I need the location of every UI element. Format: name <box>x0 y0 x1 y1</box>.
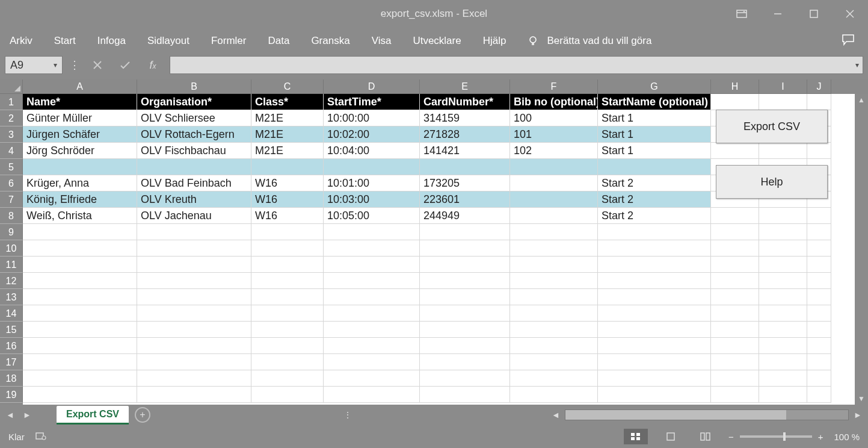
cell[interactable]: StartTime* <box>324 94 420 110</box>
cell[interactable] <box>759 322 807 338</box>
cell[interactable] <box>137 322 251 338</box>
cell[interactable]: 10:03:00 <box>324 191 420 208</box>
tab-granska[interactable]: Granska <box>311 35 349 47</box>
name-box[interactable]: A9 ▾ <box>5 56 63 74</box>
cell[interactable] <box>711 224 759 240</box>
cell[interactable]: 271828 <box>420 126 510 143</box>
col-header[interactable]: F <box>510 79 598 94</box>
scroll-left-icon[interactable]: ◄ <box>550 410 561 420</box>
scroll-down-icon[interactable]: ▼ <box>855 393 868 405</box>
insert-function-button[interactable]: fx <box>142 56 164 74</box>
cell[interactable] <box>711 240 759 257</box>
cell[interactable]: OLV Schliersee <box>137 110 251 126</box>
enter-formula-button[interactable] <box>114 56 136 74</box>
cell[interactable]: Start 2 <box>598 208 711 224</box>
cell[interactable] <box>598 305 711 322</box>
cell[interactable]: 223601 <box>420 191 510 208</box>
cell[interactable] <box>137 159 251 175</box>
cell[interactable] <box>324 354 420 370</box>
cell[interactable] <box>759 240 807 257</box>
cell[interactable] <box>251 273 324 289</box>
tab-hjalp[interactable]: Hjälp <box>483 35 506 47</box>
cell[interactable] <box>759 289 807 305</box>
cell[interactable]: Weiß, Christa <box>23 208 137 224</box>
cell[interactable] <box>420 159 510 175</box>
vertical-dots-icon[interactable]: ⋮ <box>69 58 81 72</box>
col-header[interactable]: H <box>711 79 759 94</box>
cell[interactable] <box>137 289 251 305</box>
cell[interactable] <box>598 257 711 273</box>
cell[interactable]: Name* <box>23 94 137 110</box>
cell[interactable] <box>598 370 711 387</box>
cell[interactable]: Jürgen Schäfer <box>23 126 137 143</box>
cell[interactable] <box>711 354 759 370</box>
cell[interactable]: 10:00:00 <box>324 110 420 126</box>
cell[interactable] <box>23 387 137 403</box>
cell[interactable] <box>324 370 420 387</box>
cell[interactable] <box>251 338 324 354</box>
zoom-in-button[interactable]: + <box>818 432 823 442</box>
row-header[interactable]: 5 <box>0 159 23 175</box>
cell[interactable] <box>807 387 831 403</box>
cell[interactable] <box>137 257 251 273</box>
cell[interactable]: 173205 <box>420 175 510 191</box>
ribbon-display-icon[interactable] <box>724 0 760 28</box>
cell[interactable] <box>324 305 420 322</box>
cell[interactable] <box>23 322 137 338</box>
cell[interactable] <box>759 273 807 289</box>
row-header[interactable]: 4 <box>0 143 23 159</box>
cell[interactable] <box>807 224 831 240</box>
cell[interactable] <box>759 354 807 370</box>
cell[interactable] <box>510 322 598 338</box>
cell[interactable] <box>420 354 510 370</box>
cell[interactable] <box>711 257 759 273</box>
horizontal-scrollbar[interactable]: ◄ ► <box>550 409 863 420</box>
cell[interactable] <box>807 305 831 322</box>
cell[interactable] <box>598 224 711 240</box>
cell[interactable] <box>324 224 420 240</box>
row-header[interactable]: 15 <box>0 322 23 338</box>
tab-utvecklare[interactable]: Utvecklare <box>413 35 461 47</box>
cell[interactable] <box>251 305 324 322</box>
cell[interactable] <box>510 224 598 240</box>
cell[interactable] <box>251 322 324 338</box>
row-header[interactable]: 3 <box>0 126 23 143</box>
cell[interactable]: 101 <box>510 126 598 143</box>
cell[interactable] <box>324 338 420 354</box>
vertical-dots-icon[interactable]: ⋮ <box>343 410 352 420</box>
cell[interactable]: 244949 <box>420 208 510 224</box>
cell[interactable] <box>759 305 807 322</box>
row-header[interactable]: 6 <box>0 175 23 191</box>
cell[interactable] <box>510 354 598 370</box>
cell[interactable] <box>510 240 598 257</box>
row-header[interactable]: 11 <box>0 257 23 273</box>
tab-data[interactable]: Data <box>268 35 289 47</box>
cell[interactable]: M21E <box>251 126 324 143</box>
col-header[interactable]: I <box>759 79 807 94</box>
cell[interactable] <box>324 240 420 257</box>
cell[interactable] <box>510 159 598 175</box>
tab-arkiv[interactable]: Arkiv <box>10 35 32 47</box>
cell[interactable]: M21E <box>251 110 324 126</box>
cell[interactable] <box>759 257 807 273</box>
cell[interactable] <box>251 159 324 175</box>
cell[interactable] <box>510 257 598 273</box>
tab-formler[interactable]: Formler <box>211 35 247 47</box>
row-header[interactable]: 13 <box>0 289 23 305</box>
cell[interactable] <box>807 273 831 289</box>
zoom-level[interactable]: 100 % <box>834 432 860 442</box>
row-header[interactable]: 8 <box>0 208 23 224</box>
cell[interactable]: Organisation* <box>137 94 251 110</box>
cell[interactable] <box>807 257 831 273</box>
cell[interactable]: Start 1 <box>598 143 711 159</box>
cell[interactable]: W16 <box>251 191 324 208</box>
row-header[interactable]: 18 <box>0 370 23 387</box>
cell[interactable]: 10:04:00 <box>324 143 420 159</box>
row-header[interactable]: 10 <box>0 240 23 257</box>
cell[interactable] <box>251 240 324 257</box>
cell[interactable] <box>137 354 251 370</box>
cell[interactable] <box>23 224 137 240</box>
cell[interactable] <box>711 208 759 224</box>
cell[interactable] <box>137 370 251 387</box>
cell[interactable] <box>251 257 324 273</box>
